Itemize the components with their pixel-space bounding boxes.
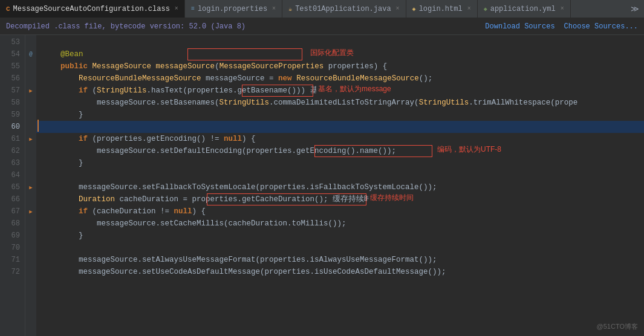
gutter-cell [25, 266, 36, 278]
decompiled-message: Decompiled .class file, bytecode version… [6, 22, 246, 31]
tab-html[interactable]: ◈ login.html × [406, 0, 478, 18]
code-line: } [36, 230, 644, 242]
gutter-cell: ▶ [25, 205, 36, 218]
tab-close-class[interactable]: × [175, 5, 178, 12]
code-line: if (properties.getEncoding() != null) { [36, 133, 644, 145]
tab-close-yml[interactable]: × [561, 5, 564, 12]
arrow-icon: ▶ [29, 184, 32, 191]
line-number: 62 [0, 145, 20, 157]
gutter-cell: @ [25, 48, 36, 60]
code-line: messageSource.setAlwaysUseMessageFormat(… [36, 254, 644, 266]
line-number: 72 [0, 266, 20, 278]
info-bar-actions: Download Sources Choose Sources... [485, 22, 638, 31]
line-numbers: 5354555657585960616263646566676869707172 [0, 35, 25, 336]
code-area[interactable]: @Bean public MessageSource messageSource… [36, 35, 644, 336]
line-number: 65 [0, 181, 20, 193]
gutter-cell [25, 121, 36, 133]
arrow-icon: ▶ [29, 136, 32, 143]
tab-bar: C MessageSourceAutoConfiguration.class ×… [0, 0, 644, 18]
line-number: 60 [0, 121, 20, 133]
line-number: 56 [0, 73, 20, 85]
code-line [36, 169, 644, 181]
gutter-cell [25, 218, 36, 230]
code-line: messageSource.setDefaultEncoding(propert… [36, 145, 644, 157]
gutter-cell [25, 254, 36, 266]
line-number: 55 [0, 60, 20, 73]
code-line [36, 242, 644, 254]
gutter-cell: ▶ [25, 133, 36, 145]
line-number: 67 [0, 205, 20, 218]
tab-class[interactable]: C MessageSourceAutoConfiguration.class × [0, 0, 185, 18]
tab-close-java[interactable]: × [396, 5, 400, 12]
tab-java[interactable]: ☕ Test01Application.java × [282, 0, 406, 18]
gutter-cell: ▶ [25, 181, 36, 193]
code-line: if (StringUtils.hasText(properties.getBa… [36, 85, 644, 97]
gutter-cell [25, 193, 36, 205]
code-line: Duration cacheDuration = properties.getC… [36, 193, 644, 205]
tab-yml[interactable]: ◆ application.yml × [478, 0, 571, 18]
line-number: 70 [0, 242, 20, 254]
tab-icon-html: ◈ [412, 5, 416, 13]
gutter: @▶▶▶▶ [25, 35, 36, 336]
gutter-cell: ▶ [25, 85, 36, 97]
line-number: 68 [0, 218, 20, 230]
gutter-cell [25, 109, 36, 121]
tab-label-yml: application.yml [490, 5, 556, 13]
code-line: messageSource.setFallbackToSystemLocale(… [36, 181, 644, 193]
gutter-cell [25, 97, 36, 109]
line-number: 58 [0, 97, 20, 109]
gutter-cell [25, 169, 36, 181]
code-line: messageSource.setUseCodeAsDefaultMessage… [36, 266, 644, 278]
code-line: messageSource.setCacheMillis(cacheDurati… [36, 218, 644, 230]
bookmark-icon: @ [29, 51, 32, 57]
code-line: ResourceBundleMessageSource messageSourc… [36, 73, 644, 85]
gutter-cell [25, 73, 36, 85]
line-number: 64 [0, 169, 20, 181]
line-number: 63 [0, 157, 20, 169]
tab-label-prop: login.properties [198, 5, 267, 13]
line-number: 59 [0, 109, 20, 121]
tab-icon-prop: ≡ [191, 5, 195, 12]
gutter-cell [25, 36, 36, 48]
choose-sources-link[interactable]: Choose Sources... [564, 22, 638, 31]
code-line: } [36, 157, 644, 169]
gutter-cell [25, 230, 36, 242]
cursor-indicator [37, 120, 39, 132]
info-bar: Decompiled .class file, bytecode version… [0, 18, 644, 35]
tab-icon-c: C [6, 5, 10, 13]
code-line: public MessageSource messageSource(Messa… [36, 60, 644, 73]
gutter-cell [25, 145, 36, 157]
gutter-cell [25, 157, 36, 169]
tab-label-class: MessageSourceAutoConfiguration.class [13, 5, 170, 13]
gutter-cell [25, 60, 36, 73]
code-line [36, 36, 644, 48]
line-number: 54 [0, 48, 20, 60]
tab-icon-java: ☕ [288, 5, 292, 13]
watermark: @51CTO博客 [597, 322, 638, 331]
tab-label-java: Test01Application.java [295, 5, 391, 13]
line-number: 57 [0, 85, 20, 97]
tab-overflow-menu[interactable]: ≫ [626, 4, 644, 14]
tab-close-prop[interactable]: × [272, 5, 276, 12]
line-number: 69 [0, 230, 20, 242]
tab-properties[interactable]: ≡ login.properties × [185, 0, 282, 18]
line-number: 61 [0, 133, 20, 145]
tab-close-html[interactable]: × [467, 5, 471, 12]
code-line: if (cacheDuration != null) { [36, 205, 644, 218]
arrow-icon: ▶ [29, 208, 32, 215]
arrow-icon: ▶ [29, 88, 32, 94]
line-number: 53 [0, 36, 20, 48]
line-number: 71 [0, 254, 20, 266]
tab-label-html: login.html [419, 5, 463, 13]
download-sources-link[interactable]: Download Sources [485, 22, 555, 31]
code-line: messageSource.setBasenames(StringUtils.c… [36, 97, 644, 109]
editor-area: 5354555657585960616263646566676869707172… [0, 35, 644, 336]
code-line [36, 121, 644, 133]
line-number: 66 [0, 193, 20, 205]
code-line: } [36, 109, 644, 121]
code-line: @Bean [36, 48, 644, 60]
tab-icon-yml: ◆ [484, 5, 487, 13]
gutter-cell [25, 242, 36, 254]
